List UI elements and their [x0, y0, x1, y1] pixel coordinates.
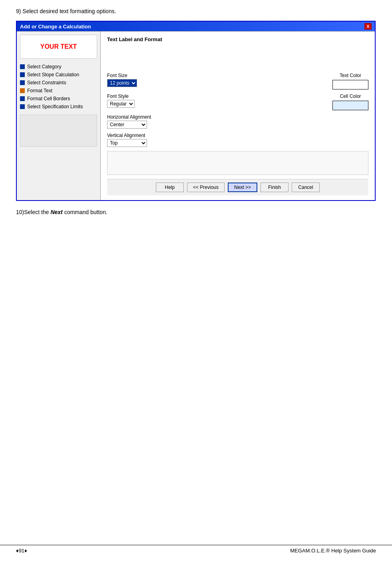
text-color-label: Text Color	[340, 73, 361, 78]
section-title: Text Label and Format	[107, 36, 368, 42]
finish-button[interactable]: Finish	[261, 183, 289, 192]
dialog-left-panel: YOUR TEXT Select Category Select Slope C…	[17, 32, 101, 200]
form-row-font-style-cell-color: Font Style Regular Bold Italic Cell Colo…	[107, 93, 368, 110]
h-align-label: Horizontal Alignment	[107, 114, 368, 120]
font-style-group: Font Style Regular Bold Italic	[107, 93, 135, 108]
nav-dot-blue5	[20, 104, 25, 109]
dialog-footer: Help << Previous Next >> Finish Cancel	[107, 179, 368, 195]
your-text-label: YOUR TEXT	[40, 43, 77, 50]
nav-item-select-category[interactable]: Select Category	[20, 64, 97, 70]
nav-item-format-cell-borders[interactable]: Format Cell Borders	[20, 95, 97, 102]
nav-dot-orange	[20, 88, 25, 93]
nav-item-format-text[interactable]: Format Text	[20, 87, 97, 94]
nav-item-select-spec-limits[interactable]: Select Specification Limits	[20, 103, 97, 110]
form-row-font-size-text-color: Font Size 12 points 8 points 10 points 1…	[107, 73, 368, 89]
font-style-label: Font Style	[107, 93, 135, 99]
nav-dot-blue2	[20, 72, 25, 77]
dialog-right-panel: Text Label and Format Font Size 12 point…	[101, 32, 375, 200]
previous-button[interactable]: << Previous	[187, 183, 225, 192]
font-size-group: Font Size 12 points 8 points 10 points 1…	[107, 73, 137, 87]
nav-label: Select Slope Calculation	[27, 72, 79, 77]
dialog-title: Add or Change a Calculation	[20, 24, 91, 30]
cell-color-label: Cell Color	[340, 93, 361, 99]
font-size-label: Font Size	[107, 73, 137, 78]
nav-label: Format Cell Borders	[27, 96, 70, 101]
cancel-button[interactable]: Cancel	[292, 183, 320, 192]
nav-label: Select Category	[27, 64, 61, 70]
nav-label: Select Constraints	[27, 80, 66, 85]
nav-label: Format Text	[27, 88, 52, 93]
dialog-window: Add or Change a Calculation X YOUR TEXT …	[16, 21, 376, 201]
footer-right: MEGAM.O.L.E.® Help System Guide	[290, 548, 376, 554]
h-align-group: Horizontal Alignment Center Left Right	[107, 114, 368, 129]
close-button[interactable]: X	[364, 23, 372, 30]
page-content: 9) Select desired text formatting option…	[16, 8, 376, 215]
nav-dot-blue4	[20, 96, 25, 101]
h-align-select[interactable]: Center Left Right	[107, 121, 147, 129]
nav-dot-blue	[20, 64, 25, 69]
cell-color-box[interactable]	[332, 101, 368, 110]
bottom-preview-area	[107, 151, 368, 175]
footer-left: ♦91♦	[16, 548, 27, 554]
nav-item-select-slope[interactable]: Select Slope Calculation	[20, 71, 97, 78]
left-panel-bottom-area	[20, 115, 97, 147]
nav-dot-blue3	[20, 80, 25, 85]
step9-text: 9) Select desired text formatting option…	[16, 8, 376, 14]
step10-text: 10)Select the Next command button.	[16, 209, 376, 215]
top-spacer	[107, 49, 368, 69]
v-align-select[interactable]: Top Middle Bottom	[107, 139, 147, 147]
text-color-box[interactable]	[332, 80, 368, 89]
font-style-select[interactable]: Regular Bold Italic	[107, 100, 135, 108]
font-size-select[interactable]: 12 points 8 points 10 points 14 points 1…	[107, 79, 137, 87]
next-button[interactable]: Next >>	[228, 183, 257, 192]
v-align-group: Vertical Alignment Top Middle Bottom	[107, 133, 368, 147]
dialog-body: YOUR TEXT Select Category Select Slope C…	[17, 31, 375, 200]
cell-color-group: Cell Color	[332, 93, 368, 110]
help-button[interactable]: Help	[156, 183, 184, 192]
v-align-label: Vertical Alignment	[107, 133, 368, 138]
dialog-titlebar: Add or Change a Calculation X	[17, 22, 375, 31]
text-color-group: Text Color	[332, 73, 368, 89]
nav-item-select-constraints[interactable]: Select Constraints	[20, 79, 97, 86]
nav-label: Select Specification Limits	[27, 104, 83, 109]
your-text-box: YOUR TEXT	[20, 35, 97, 59]
page-footer: ♦91♦ MEGAM.O.L.E.® Help System Guide	[0, 545, 392, 556]
